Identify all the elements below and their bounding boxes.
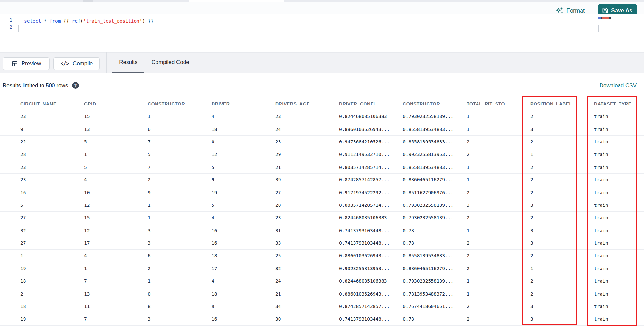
table-cell: train (594, 241, 644, 246)
table-cell: 2 (467, 152, 530, 157)
table-cell: 22 (20, 139, 84, 144)
code-brackets-icon: </> (61, 61, 69, 67)
table-cell: 2 (467, 241, 530, 246)
column-header[interactable]: CONSTRUCTOR... (403, 101, 467, 106)
table-cell: 1 (467, 165, 530, 170)
table-cell: 1 (148, 114, 212, 119)
table-cell: 2 (467, 190, 530, 195)
tab-results[interactable]: Results (112, 52, 144, 72)
column-header[interactable]: DRIVERS_AGE_... (275, 101, 339, 106)
table-cell: 2 (530, 114, 594, 119)
column-header[interactable]: DRIVER_CONFI... (339, 101, 403, 106)
table-cell: 0.78 (403, 316, 467, 322)
table-cell: 0.8511627906976... (403, 190, 467, 195)
table-cell: train (594, 266, 644, 271)
table-cell: 0.9473684210526... (339, 139, 403, 144)
table-cell: 4 (84, 253, 148, 258)
preview-button[interactable]: Preview (3, 57, 50, 70)
table-cell: 0.7674418604651... (403, 304, 467, 309)
table-cell: 32 (20, 228, 84, 233)
table-cell: 12 (212, 152, 275, 157)
table-cell: 13 (84, 127, 148, 132)
code-token: ref (72, 18, 80, 23)
table-cell: 1 (530, 152, 594, 157)
table-cell: 2 (467, 304, 530, 309)
column-header[interactable]: POSITION_LABEL (530, 101, 594, 106)
table-cell: 23 (275, 215, 339, 220)
editor-scrollbar-track[interactable] (614, 14, 614, 52)
table-cell: 5 (212, 203, 275, 208)
results-table-header-row: CIRCUIT_NAMEGRIDCONSTRUCTOR...DRIVERDRIV… (0, 97, 644, 110)
column-header[interactable]: GRID (84, 101, 148, 106)
file-tab-strip (0, 0, 644, 2)
table-cell: 0.8558139534883... (403, 165, 467, 170)
table-cell: 3 (530, 316, 594, 322)
active-file-tab[interactable] (189, 0, 284, 2)
table-cell: 7 (148, 165, 212, 170)
file-tab-divider (83, 0, 93, 2)
table-row: 213018210.8860103626943...0.781395348837… (0, 287, 644, 300)
table-cell: 16 (212, 316, 275, 322)
table-cell: 1 (148, 215, 212, 220)
table-cell: 10 (84, 190, 148, 195)
editor-minimap[interactable] (598, 17, 614, 19)
table-row: 3212316310.7413793103448...0.7813train (0, 224, 644, 237)
column-header[interactable]: DATASET_TYPE (594, 101, 644, 106)
table-cell: 2 (530, 165, 594, 170)
table-cell: 0.7413793103448... (339, 316, 403, 322)
compile-button[interactable]: </> Compile (53, 57, 100, 70)
table-cell: 9 (212, 177, 275, 182)
table-cell: 2 (467, 253, 530, 258)
table-cell: 18 (212, 253, 275, 258)
download-csv-link[interactable]: Download CSV (600, 81, 637, 90)
column-header[interactable]: CONSTRUCTOR... (148, 101, 212, 106)
table-cell: 25 (275, 253, 339, 258)
table-cell: 0.7930232558139... (403, 215, 467, 220)
table-cell: 24 (275, 278, 339, 284)
table-cell: 0.7413793103448... (339, 228, 403, 233)
panel-divider (106, 52, 107, 73)
table-cell: 5 (148, 152, 212, 157)
table-cell: train (594, 215, 644, 220)
table-row: 18714240.8244680851063830.7930232558139.… (0, 275, 644, 287)
table-cell: 29 (275, 152, 339, 157)
column-header[interactable]: TOTAL_PIT_STO... (467, 101, 530, 106)
table-cell: 5 (212, 165, 275, 170)
table-cell: 27 (20, 241, 84, 246)
table-cell: 7 (148, 139, 212, 144)
column-header[interactable]: DRIVER (212, 101, 275, 106)
table-cell: 2 (530, 190, 594, 195)
editor-active-line[interactable] (18, 25, 599, 32)
table-cell: 18 (20, 304, 84, 309)
table-row: 23575210.8035714285714...0.8558139534883… (0, 161, 644, 174)
column-header[interactable]: CIRCUIT_NAME (20, 101, 84, 106)
table-cell: 2 (467, 139, 530, 144)
help-icon[interactable]: ? (72, 82, 79, 89)
table-cell: 16 (20, 190, 84, 195)
table-cell: 0.7813953488372... (403, 291, 467, 296)
tab-compiled-code[interactable]: Compiled Code (151, 52, 190, 72)
table-row: 197316300.7413793103448...0.7823train (0, 313, 644, 325)
table-cell: 0.9023255813953... (339, 266, 403, 271)
table-cell: 6 (148, 127, 212, 132)
results-table-body: 231514230.8244680851063830.7930232558139… (0, 110, 644, 328)
code-line-1[interactable]: select * from {{ ref('train_test_positio… (24, 17, 154, 24)
sql-editor[interactable]: 1 2 select * from {{ ref('train_test_pos… (0, 14, 644, 52)
table-cell: 34 (275, 304, 339, 309)
table-cell: 0.7930232558139... (403, 114, 467, 119)
table-cell: 2 (467, 215, 530, 220)
table-cell: 0.8860465116279... (403, 266, 467, 271)
table-cell: train (594, 127, 644, 132)
table-cell: 4 (84, 177, 148, 182)
table-cell: 17 (84, 241, 148, 246)
table-cell: 3 (530, 127, 594, 132)
table-cell: train (594, 253, 644, 258)
table-cell: 21 (275, 165, 339, 170)
table-cell: 16 (212, 241, 275, 246)
table-cell: 5 (20, 203, 84, 208)
table-cell: train (594, 190, 644, 195)
preview-label: Preview (22, 60, 41, 67)
table-cell: 23 (20, 177, 84, 182)
table-cell: 1 (467, 114, 530, 119)
table-cell: 3 (530, 304, 594, 309)
